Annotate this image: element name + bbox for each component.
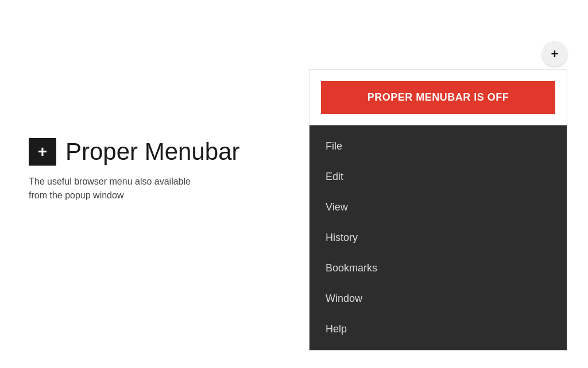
app-logo-icon: +	[29, 138, 56, 166]
left-content-area: + Proper Menubar The useful browser menu…	[29, 138, 240, 202]
extension-icon-button[interactable]: +	[542, 41, 567, 67]
plus-icon: +	[551, 47, 559, 62]
menu-item-bookmarks[interactable]: Bookmarks	[310, 253, 567, 283]
menu-area: FileEditViewHistoryBookmarksWindowHelp	[310, 125, 567, 350]
menu-item-view[interactable]: View	[310, 192, 567, 223]
menu-item-edit[interactable]: Edit	[310, 162, 567, 192]
app-description: The useful browser menu also available f…	[29, 175, 240, 202]
menu-item-window[interactable]: Window	[310, 283, 567, 314]
menu-item-help[interactable]: Help	[310, 314, 567, 344]
menu-item-history[interactable]: History	[310, 223, 567, 253]
right-panel: PROPER MENUBAR IS OFF FileEditViewHistor…	[309, 69, 567, 351]
app-title-row: + Proper Menubar	[29, 138, 240, 166]
status-banner[interactable]: PROPER MENUBAR IS OFF	[321, 81, 555, 114]
app-title: Proper Menubar	[65, 138, 240, 166]
menu-item-file[interactable]: File	[310, 131, 567, 162]
